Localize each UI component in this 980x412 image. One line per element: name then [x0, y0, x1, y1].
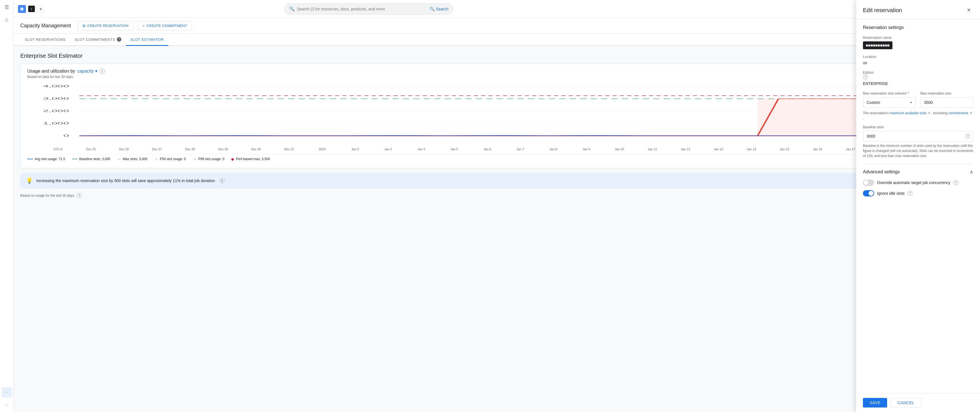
- x-label: Jan 10: [603, 148, 636, 151]
- x-label: Jan 4: [405, 148, 438, 151]
- override-help-icon[interactable]: ?: [953, 180, 958, 185]
- sidebar-collapse-icon[interactable]: ‹: [2, 387, 12, 398]
- override-toggle-row: Override automatic target job concurrenc…: [863, 180, 973, 186]
- create-commitment-button[interactable]: + CREATE COMMITMENT: [138, 21, 192, 30]
- based-on-help-icon[interactable]: ?: [77, 193, 82, 198]
- legend-max-slots: → Max slots: 3,000: [117, 157, 147, 161]
- x-label: Jan 16: [801, 148, 834, 151]
- legend-avg-usage-label: Avg slot usage: 71.5: [35, 157, 65, 161]
- advanced-settings: Advanced settings ∧ Override automatic t…: [863, 164, 973, 196]
- svg-text:0: 0: [63, 134, 69, 137]
- chart-area: 4,000 3,000 2,000 1,000 0: [27, 83, 966, 145]
- info-card: 💡 Increasing the maximum reservation siz…: [20, 173, 973, 189]
- x-label: Jan 11: [636, 148, 669, 151]
- x-axis-labels: UTC-8 Dec 25 Dec 26 Dec 27 Dec 28 Dec 29…: [27, 148, 966, 153]
- chart-subtitle: Based on data for last 30 days.: [27, 75, 966, 79]
- panel-footer: SAVE CANCEL: [856, 393, 980, 412]
- max-size-input[interactable]: [920, 97, 973, 108]
- tab-slot-commitments[interactable]: SLOT COMMITMENTS ?: [70, 34, 126, 46]
- x-label: Jan 7: [504, 148, 537, 151]
- tab-commitments-help-icon[interactable]: ?: [117, 37, 121, 41]
- edition-help-icon[interactable]: ?: [863, 75, 973, 80]
- search-bar-icon: 🔍: [289, 6, 295, 11]
- max-size-field: Max reservation size: [920, 91, 973, 108]
- legend-max-slots-icon: →: [117, 157, 121, 161]
- reservation-name-value: ■■■■■■■■■■: [863, 41, 892, 49]
- advanced-settings-header[interactable]: Advanced settings ∧: [863, 169, 973, 175]
- info-text: Increasing the maximum reservation size …: [36, 178, 215, 183]
- create-reservation-button[interactable]: ⊞ CREATE RESERVATION: [78, 21, 133, 30]
- legend-max-slots-label: Max slots: 3,000: [123, 157, 147, 161]
- baseline-slots-field: Baseline slots ? Baseline is the minimum…: [863, 125, 973, 158]
- capacity-header: Capacity Management ⊞ CREATE RESERVATION…: [14, 18, 980, 34]
- cancel-button[interactable]: CANCEL: [891, 398, 921, 407]
- external-link-icon-2: ↗: [969, 111, 972, 115]
- x-label: Dec 26: [108, 148, 140, 151]
- chart-help-icon[interactable]: ?: [100, 68, 105, 74]
- search-button[interactable]: 🔍 Search: [430, 6, 449, 11]
- sidebar-menu-icon[interactable]: ☰: [2, 2, 12, 13]
- x-label: Jan 12: [669, 148, 702, 151]
- gcp-logo-icon: [18, 5, 26, 13]
- create-reservation-icon: ⊞: [83, 24, 86, 28]
- ignore-idle-toggle-knob: [869, 191, 873, 196]
- page-title: Capacity Management: [20, 23, 71, 29]
- override-toggle[interactable]: [863, 180, 874, 186]
- app-name: r: [28, 6, 35, 12]
- x-label: Jan 3: [372, 148, 405, 151]
- search-input[interactable]: [297, 7, 427, 11]
- tab-slot-reservations[interactable]: SLOT RESERVATIONS: [20, 34, 70, 46]
- legend-p50-label: P50 slot usage: 0: [160, 157, 186, 161]
- max-available-slots-link[interactable]: maximum available slots ↗: [890, 111, 931, 115]
- max-size-label: Max reservation size: [920, 91, 973, 95]
- legend-perf-max: ◆ Perf-based max: 3,500: [231, 157, 270, 161]
- sidebar: ☰ ⌂ ‹ ‹: [0, 0, 14, 412]
- capacity-label: capacity: [77, 68, 94, 74]
- sidebar-collapse-bottom-icon[interactable]: ‹: [2, 399, 12, 410]
- baseline-slots-input[interactable]: [863, 131, 973, 142]
- baseline-help-icon[interactable]: ?: [966, 134, 970, 139]
- x-label: Jan 9: [570, 148, 603, 151]
- page-content: Capacity Management ⊞ CREATE RESERVATION…: [14, 18, 980, 412]
- sidebar-home-icon[interactable]: ⌂: [2, 14, 12, 25]
- advanced-settings-title: Advanced settings: [863, 169, 900, 175]
- x-label: 2024: [305, 148, 339, 151]
- edition-value: ENTERPRISE: [863, 81, 973, 86]
- x-label: Dec 28: [173, 148, 206, 151]
- header-actions: ⊞ CREATE RESERVATION + CREATE COMMITMENT: [78, 21, 192, 30]
- x-label: Jan 6: [471, 148, 504, 151]
- legend-p99-label: P99 slot usage: 0: [198, 157, 224, 161]
- legend-p50-icon: →: [154, 157, 158, 161]
- commitments-link[interactable]: commitments ↗: [948, 111, 972, 115]
- external-link-icon: ↗: [928, 111, 930, 115]
- nav-logo: r ▾: [18, 5, 44, 13]
- estimator-section: Enterprise Slot Estimator Usage and util…: [14, 46, 980, 412]
- legend-baseline-label: Baseline slots: 3,000: [80, 157, 111, 161]
- legend-p50: → P50 slot usage: 0: [154, 157, 186, 161]
- ignore-idle-help-icon[interactable]: ?: [907, 191, 912, 196]
- capacity-dropdown[interactable]: capacity ▾: [77, 68, 97, 74]
- based-on: Based on usage for the last 30 days. ?: [20, 193, 973, 198]
- legend-baseline: Baseline slots: 3,000: [72, 157, 111, 161]
- reservation-name-field: Reservation name ■■■■■■■■■■: [863, 36, 973, 49]
- x-label: Jan 5: [438, 148, 471, 151]
- ignore-idle-label: Ignore idle slots: [877, 191, 905, 196]
- tabs-bar: SLOT RESERVATIONS SLOT COMMITMENTS ? SLO…: [14, 34, 980, 46]
- tab-slot-estimator[interactable]: SLOT ESTIMATOR: [126, 34, 168, 46]
- save-button[interactable]: SAVE: [863, 398, 887, 407]
- dropdown-arrow-icon: ▾: [95, 68, 97, 74]
- reservation-name-label: Reservation name: [863, 36, 973, 40]
- close-panel-button[interactable]: ✕: [964, 6, 973, 14]
- svg-text:4,000: 4,000: [43, 84, 69, 88]
- max-size-help-text: The reservation's maximum available slot…: [863, 111, 973, 121]
- max-size-selector[interactable]: Custom Automatic: [863, 97, 916, 108]
- info-help-icon[interactable]: ℹ: [220, 178, 224, 183]
- ignore-idle-toggle[interactable]: [863, 190, 874, 196]
- edit-reservation-panel: Edit reservation ✕ Reservation settings …: [856, 0, 980, 412]
- max-size-selector-wrapper: Custom Automatic: [863, 97, 916, 108]
- edition-help-circle[interactable]: ?: [863, 75, 868, 80]
- app-dropdown-btn[interactable]: ▾: [37, 6, 44, 13]
- top-nav: r ▾ 🔍 🔍 Search ? 🔔 ⚙ A: [14, 0, 980, 18]
- x-label: Jan 13: [702, 148, 735, 151]
- chart-header: Usage and utilization by capacity ▾ ?: [27, 68, 966, 74]
